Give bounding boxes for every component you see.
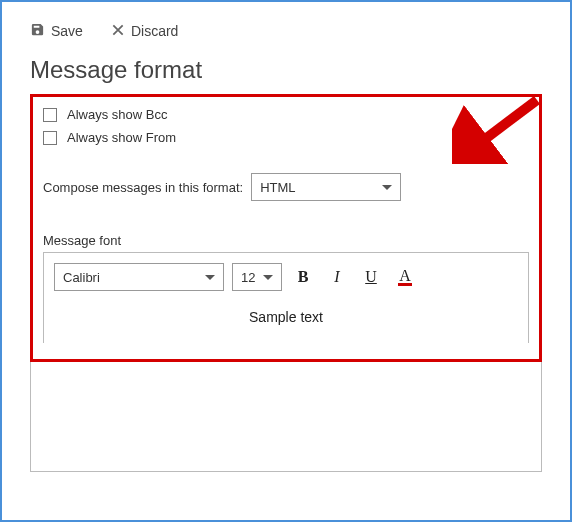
save-label: Save — [51, 23, 83, 39]
compose-label: Compose messages in this format: — [43, 180, 243, 195]
discard-label: Discard — [131, 23, 178, 39]
from-label: Always show From — [67, 130, 176, 145]
font-section-label: Message font — [43, 233, 529, 248]
font-size-select[interactable]: 12 — [232, 263, 282, 291]
preview-area — [30, 362, 542, 472]
bcc-label: Always show Bcc — [67, 107, 167, 122]
compose-format-row: Compose messages in this format: HTML — [43, 173, 529, 201]
chevron-down-icon — [382, 185, 392, 190]
italic-button[interactable]: I — [324, 263, 350, 291]
compose-format-value: HTML — [260, 180, 295, 195]
bcc-checkbox[interactable] — [43, 108, 57, 122]
close-icon — [111, 23, 125, 40]
toolbar: Save Discard — [30, 12, 542, 56]
underline-button[interactable]: U — [358, 263, 384, 291]
save-button[interactable]: Save — [30, 22, 83, 40]
font-size-value: 12 — [241, 270, 255, 285]
chevron-down-icon — [263, 275, 273, 280]
always-show-from-row[interactable]: Always show From — [43, 130, 529, 145]
discard-button[interactable]: Discard — [111, 23, 178, 40]
font-panel: Calibri 12 B I U A Sample text — [43, 252, 529, 343]
font-family-select[interactable]: Calibri — [54, 263, 224, 291]
compose-format-select[interactable]: HTML — [251, 173, 401, 201]
font-toolbar: Calibri 12 B I U A — [44, 253, 528, 301]
bold-button[interactable]: B — [290, 263, 316, 291]
sample-text: Sample text — [44, 301, 528, 343]
font-family-value: Calibri — [63, 270, 100, 285]
always-show-bcc-row[interactable]: Always show Bcc — [43, 107, 529, 122]
page-title: Message format — [30, 56, 542, 84]
font-color-button[interactable]: A — [392, 263, 418, 291]
from-checkbox[interactable] — [43, 131, 57, 145]
save-icon — [30, 22, 45, 40]
chevron-down-icon — [205, 275, 215, 280]
highlighted-region: Always show Bcc Always show From Compose… — [30, 94, 542, 362]
